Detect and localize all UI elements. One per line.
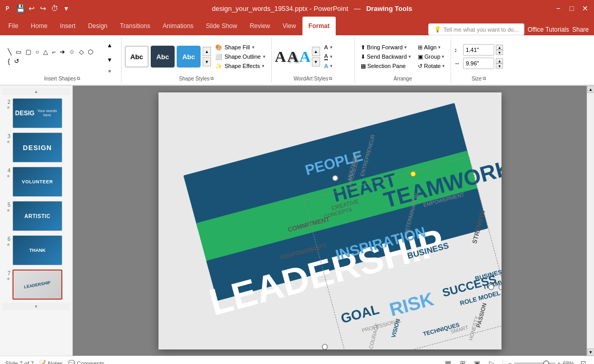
text-fill-button[interactable]: A ▾ — [322, 43, 335, 51]
wordart-down-btn[interactable]: ▼ — [312, 57, 320, 66]
slide-panel[interactable]: ▲ 2 ★ DESIG Your words here 3 ★ DESIGN — [0, 86, 73, 356]
wordart-expand-icon[interactable]: ⧉ — [329, 76, 332, 82]
shape-rounded-rect[interactable]: ▢ — [24, 48, 33, 56]
slide-thumb-6[interactable]: 6 ★ THANK — [2, 234, 70, 266]
tab-slideshow[interactable]: Slide Show — [200, 17, 243, 35]
zoom-out-icon[interactable]: − — [508, 360, 511, 365]
panel-scroll-up[interactable]: ▲ — [2, 88, 70, 95]
shape-hexagon[interactable]: ⬡ — [86, 48, 95, 56]
rotate-button[interactable]: ↺ Rotate ▾ — [415, 62, 447, 71]
slide-thumb-3[interactable]: 3 ★ DESIGN — [2, 131, 70, 164]
tab-animations[interactable]: Animations — [156, 17, 200, 35]
height-up-btn[interactable]: ▲ — [496, 45, 503, 50]
slide-img-4[interactable]: VOLUNTEER — [12, 167, 62, 197]
shape-style-outlined[interactable]: Abc — [177, 46, 201, 68]
share-button[interactable]: Share — [572, 26, 589, 33]
slideshow-view-button[interactable]: ▷ — [486, 358, 497, 365]
wordart-gradient[interactable]: A — [299, 48, 311, 65]
notes-button[interactable]: 📝 Notes — [39, 360, 63, 364]
shapes-gallery-more[interactable]: ≡ — [101, 68, 118, 75]
shape-outline-button[interactable]: ⬜ Shape Outline ▾ — [213, 52, 268, 61]
width-input[interactable] — [463, 58, 494, 69]
slide-sorter-button[interactable]: ⊞ — [457, 358, 468, 365]
slide-img-3[interactable]: DESIGN — [12, 132, 62, 163]
shape-fill-button[interactable]: 🎨 Shape Fill ▾ — [213, 43, 268, 52]
shape-rotate-arrow[interactable]: ↺ — [12, 57, 21, 65]
zoom-control[interactable]: − + 68% — [508, 360, 574, 365]
tab-insert[interactable]: Insert — [54, 17, 82, 35]
tab-view[interactable]: View — [276, 17, 302, 35]
undo-icon[interactable]: ↩ — [27, 4, 36, 13]
slide-thumb-4[interactable]: 4 ★ VOLUNTEER — [2, 166, 70, 198]
shape-rect[interactable]: ▭ — [14, 48, 23, 56]
normal-view-button[interactable]: ▦ — [442, 358, 454, 365]
timer-icon[interactable]: ⏱ — [50, 4, 59, 13]
send-backward-button[interactable]: ⬇ Send Backward ▾ — [358, 52, 414, 61]
tab-review[interactable]: Review — [243, 17, 276, 35]
tab-format[interactable]: Format — [302, 17, 336, 35]
scroll-up-button[interactable]: ▲ — [587, 86, 595, 93]
shape-effects-button[interactable]: ✨ Shape Effects ▾ — [213, 62, 268, 71]
scroll-down-button[interactable]: ▼ — [587, 348, 595, 356]
size-expand-icon[interactable]: ⧉ — [483, 76, 486, 82]
shape-diamond[interactable]: ◇ — [77, 48, 85, 56]
save-icon[interactable]: 💾 — [16, 4, 25, 13]
shape-arrow[interactable]: ➔ — [58, 48, 67, 56]
tab-transitions[interactable]: Transitions — [114, 17, 156, 35]
shapes-gallery-up[interactable]: ▲ — [101, 38, 118, 52]
align-button[interactable]: ⊞ Align ▾ — [415, 43, 447, 52]
tab-design[interactable]: Design — [82, 17, 113, 35]
shape-star[interactable]: ☆ — [68, 48, 76, 56]
slide-area[interactable]: LEADERSHIP TEAMWORK HEART PEOPLE INSPIRA… — [159, 92, 501, 349]
comments-button[interactable]: 💬 Comments — [68, 360, 104, 364]
shapes-gallery-down[interactable]: ▼ — [101, 53, 118, 66]
expand-icon[interactable]: ⧉ — [77, 76, 80, 82]
tell-me-input[interactable]: 💡 Tell me what you want to do... — [428, 23, 524, 35]
panel-scroll-down[interactable]: ▼ — [2, 303, 70, 310]
shape-circle[interactable]: ○ — [34, 48, 41, 56]
height-down-btn[interactable]: ▼ — [496, 50, 503, 55]
maximize-button[interactable]: □ — [567, 4, 576, 13]
tab-home[interactable]: Home — [24, 17, 54, 35]
slide-img-7[interactable]: LEADERSHIP — [12, 269, 62, 300]
width-up-btn[interactable]: ▲ — [496, 58, 503, 63]
reading-view-button[interactable]: ▣ — [471, 358, 483, 365]
shape-bracket[interactable]: { — [6, 57, 11, 65]
text-effects-button[interactable]: A ▾ — [322, 62, 335, 70]
group-button[interactable]: ▣ Group ▾ — [415, 52, 447, 61]
zoom-handle[interactable] — [543, 360, 549, 365]
wordart-shadow[interactable]: A — [287, 48, 298, 65]
minimize-button[interactable]: − — [553, 4, 563, 13]
wordart-up-btn[interactable]: ▲ — [312, 47, 320, 56]
shape-style-plain[interactable]: Abc — [125, 46, 149, 68]
text-outline-button[interactable]: A ▾ — [322, 52, 335, 61]
zoom-in-icon[interactable]: + — [558, 360, 561, 365]
width-down-btn[interactable]: ▼ — [496, 63, 503, 69]
tab-file[interactable]: File — [2, 17, 24, 35]
dropdown-arrow-icon[interactable]: ▾ — [61, 4, 71, 13]
bring-forward-button[interactable]: ⬆ Bring Forward ▾ — [358, 43, 414, 52]
shape-line[interactable]: ╲ — [6, 48, 13, 56]
slide-img-6[interactable]: THANK — [12, 235, 62, 265]
slide-thumb-2[interactable]: 2 ★ DESIG Your words here — [2, 97, 70, 129]
zoom-slider[interactable] — [514, 362, 556, 365]
slide-img-5[interactable]: ARTISTIC — [12, 201, 62, 231]
height-input[interactable] — [463, 44, 494, 56]
right-scrollbar[interactable]: ▲ ▼ — [587, 86, 594, 356]
slide-thumb-7[interactable]: 7 ★ LEADERSHIP — [2, 268, 70, 301]
slide-thumb-5[interactable]: 5 ★ ARTISTIC — [2, 200, 70, 232]
fit-window-button[interactable]: ⊡ — [577, 358, 589, 365]
slide-img-2[interactable]: DESIG Your words here — [12, 98, 62, 128]
slide-num-4: 4 — [3, 167, 10, 173]
close-button[interactable]: ✕ — [580, 4, 590, 13]
shape-right-angle[interactable]: ⌐ — [50, 48, 57, 56]
redo-icon[interactable]: ↪ — [38, 4, 48, 13]
shape-style-filled[interactable]: Abc — [151, 46, 175, 68]
shape-styles-expand-icon[interactable]: ⧉ — [210, 76, 214, 82]
style-down-btn[interactable]: ▼ — [203, 57, 211, 66]
shape-triangle[interactable]: △ — [42, 48, 49, 56]
office-tutorials-link[interactable]: Office Tutorials — [527, 26, 569, 33]
wordart-plain[interactable]: A — [275, 48, 286, 65]
style-up-btn[interactable]: ▲ — [203, 47, 211, 56]
selection-pane-button[interactable]: ▦ Selection Pane — [358, 62, 414, 71]
